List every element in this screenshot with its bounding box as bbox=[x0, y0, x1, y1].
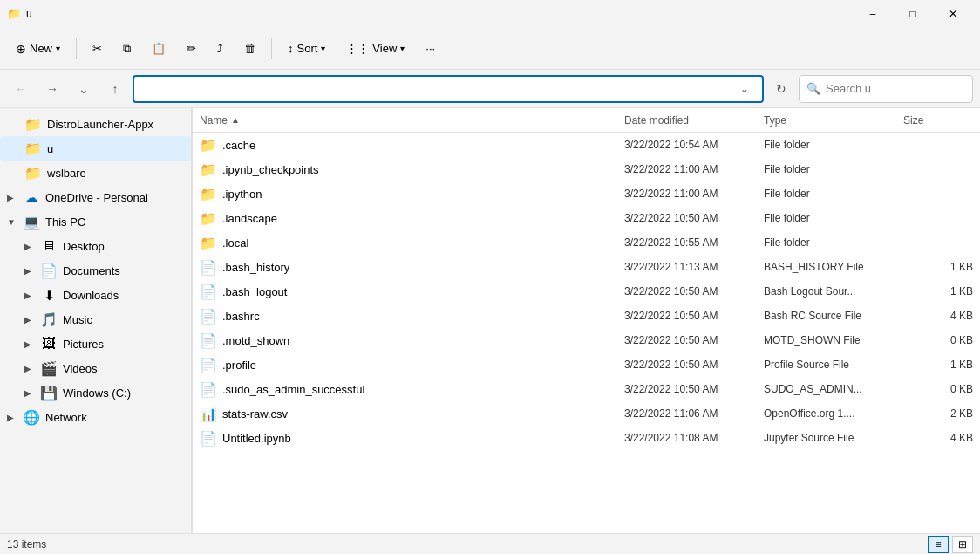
more-icon: ··· bbox=[425, 42, 435, 55]
table-row[interactable]: 📁 .ipython 3/22/2022 11:00 AM File folde… bbox=[193, 181, 980, 206]
folder-icon: 📁 bbox=[200, 210, 217, 227]
sidebar-item-pictures[interactable]: ▶ 🖼 Pictures bbox=[0, 332, 191, 356]
table-row[interactable]: 📁 .landscape 3/22/2022 10:50 AM File fol… bbox=[193, 206, 980, 230]
recent-button[interactable]: ⌄ bbox=[70, 75, 98, 103]
col-header-size[interactable]: Size bbox=[903, 114, 973, 127]
new-button[interactable]: ⊕ New ▾ bbox=[7, 33, 69, 65]
sidebar-item-u[interactable]: 📁 u bbox=[0, 136, 191, 161]
file-icon: 📄 bbox=[200, 308, 217, 325]
sidebar-item-documents[interactable]: ▶ 📄 Documents bbox=[0, 258, 191, 283]
folder-icon: 📁 bbox=[24, 165, 42, 181]
table-row[interactable]: 📄 Untitled.ipynb 3/22/2022 11:08 AM Jupy… bbox=[193, 426, 980, 450]
cut-button[interactable]: ✂ bbox=[84, 33, 111, 65]
sidebar-item-videos[interactable]: ▶ 🎬 Videos bbox=[0, 356, 191, 380]
file-size: 4 KB bbox=[903, 432, 973, 444]
file-type: File folder bbox=[764, 163, 903, 175]
search-input[interactable] bbox=[826, 82, 965, 95]
expand-icon: ▶ bbox=[7, 413, 17, 422]
col-header-date[interactable]: Date modified bbox=[624, 114, 764, 127]
back-button[interactable]: ← bbox=[7, 75, 35, 103]
file-icon: 📊 bbox=[200, 406, 217, 422]
folder-icon: 📁 bbox=[24, 116, 42, 133]
sidebar-item-label: wslbare bbox=[47, 167, 86, 180]
table-row[interactable]: 📄 .bash_logout 3/22/2022 10:50 AM Bash L… bbox=[193, 279, 980, 304]
table-row[interactable]: 📄 .sudo_as_admin_successful 3/22/2022 10… bbox=[193, 377, 980, 401]
file-date: 3/22/2022 10:50 AM bbox=[624, 359, 764, 371]
rename-button[interactable]: ✏ bbox=[178, 33, 205, 65]
expand-icon: ▶ bbox=[7, 193, 17, 202]
view-dropdown-icon: ▾ bbox=[400, 44, 405, 53]
file-name: .motd_shown bbox=[222, 334, 624, 347]
file-type: Profile Source File bbox=[764, 359, 903, 371]
address-input[interactable]: \\wsl.localhost\Ubuntu\home\u bbox=[141, 82, 735, 95]
file-name: .ipython bbox=[222, 188, 624, 201]
expand-icon: ▶ bbox=[24, 266, 35, 276]
downloads-icon: ⬇ bbox=[40, 287, 58, 304]
table-row[interactable]: 📄 .bash_history 3/22/2022 11:13 AM BASH_… bbox=[193, 255, 980, 279]
delete-button[interactable]: 🗑 bbox=[235, 33, 264, 65]
share-button[interactable]: ⤴ bbox=[208, 33, 232, 65]
copy-button[interactable]: ⧉ bbox=[114, 33, 140, 65]
file-type: Bash RC Source File bbox=[764, 310, 903, 322]
file-date: 3/22/2022 10:50 AM bbox=[624, 310, 764, 322]
file-name: Untitled.ipynb bbox=[222, 432, 624, 445]
sidebar-item-music[interactable]: ▶ 🎵 Music bbox=[0, 307, 191, 332]
folder-icon: 📁 bbox=[24, 140, 42, 157]
sidebar-item-windows[interactable]: ▶ 💾 Windows (C:) bbox=[0, 380, 191, 405]
sidebar-item-label: Videos bbox=[63, 362, 98, 375]
sidebar-item-label: u bbox=[47, 142, 53, 155]
file-name: .bash_history bbox=[222, 261, 624, 274]
share-icon: ⤴ bbox=[217, 42, 223, 55]
view-icon: ⋮⋮ bbox=[346, 42, 369, 55]
view-button[interactable]: ⋮⋮ View ▾ bbox=[337, 33, 413, 65]
forward-button[interactable]: → bbox=[38, 75, 66, 103]
sort-button[interactable]: ↕ Sort ▾ bbox=[279, 33, 334, 65]
up-button[interactable]: ↑ bbox=[101, 75, 129, 103]
paste-button[interactable]: 📋 bbox=[143, 33, 174, 65]
title-bar: 📁 u – □ ✕ bbox=[0, 0, 980, 28]
address-dropdown-button[interactable]: ⌄ bbox=[735, 79, 755, 99]
table-row[interactable]: 📄 .bashrc 3/22/2022 10:50 AM Bash RC Sou… bbox=[193, 304, 980, 328]
table-row[interactable]: 📁 .cache 3/22/2022 10:54 AM File folder bbox=[193, 133, 980, 157]
new-dropdown-icon: ▾ bbox=[56, 44, 60, 53]
refresh-button[interactable]: ↻ bbox=[767, 75, 795, 103]
network-icon: 🌐 bbox=[23, 409, 40, 426]
sidebar-item-downloads[interactable]: ▶ ⬇ Downloads bbox=[0, 283, 191, 307]
detail-view-button[interactable]: ⊞ bbox=[952, 536, 973, 553]
sidebar-item-wslbare[interactable]: 📁 wslbare bbox=[0, 161, 191, 185]
table-row[interactable]: 📊 stats-raw.csv 3/22/2022 11:06 AM OpenO… bbox=[193, 401, 980, 426]
sidebar-item-label: Pictures bbox=[63, 338, 104, 351]
sidebar-item-label: Documents bbox=[63, 264, 120, 277]
col-header-type[interactable]: Type bbox=[764, 114, 903, 127]
app-icon: 📁 bbox=[7, 7, 21, 21]
file-name: stats-raw.csv bbox=[222, 407, 624, 421]
close-button[interactable]: ✕ bbox=[933, 0, 973, 28]
view-toggle: ≡ ⊞ bbox=[928, 536, 973, 553]
sidebar-item-network[interactable]: ▶ 🌐 Network bbox=[0, 405, 191, 429]
maximize-button[interactable]: □ bbox=[893, 0, 933, 28]
minimize-button[interactable]: – bbox=[853, 0, 893, 28]
table-row[interactable]: 📄 .motd_shown 3/22/2022 10:50 AM MOTD_SH… bbox=[193, 328, 980, 352]
file-type: BASH_HISTORY File bbox=[764, 261, 903, 273]
view-label: View bbox=[372, 42, 397, 55]
sort-label: Sort bbox=[297, 42, 318, 55]
sort-dropdown-icon: ▾ bbox=[321, 44, 325, 53]
file-size: 0 KB bbox=[903, 383, 973, 395]
sidebar-item-distro[interactable]: 📁 DistroLauncher-Appx bbox=[0, 112, 191, 136]
toolbar: ⊕ New ▾ ✂ ⧉ 📋 ✏ ⤴ 🗑 ↕ Sort ▾ ⋮⋮ View ▾ ·… bbox=[0, 28, 980, 70]
more-button[interactable]: ··· bbox=[417, 33, 444, 65]
sidebar-item-desktop[interactable]: ▶ 🖥 Desktop bbox=[0, 234, 191, 258]
sidebar-item-onedrive[interactable]: ▶ ☁ OneDrive - Personal bbox=[0, 185, 191, 209]
table-row[interactable]: 📄 .profile 3/22/2022 10:50 AM Profile So… bbox=[193, 352, 980, 377]
col-header-name[interactable]: Name ▲ bbox=[200, 114, 624, 127]
table-row[interactable]: 📁 .local 3/22/2022 10:55 AM File folder bbox=[193, 230, 980, 255]
sidebar-item-thispc[interactable]: ▼ 💻 This PC bbox=[0, 209, 191, 234]
pictures-icon: 🖼 bbox=[40, 336, 58, 352]
expand-icon: ▶ bbox=[24, 315, 35, 325]
table-row[interactable]: 📁 .ipynb_checkpoints 3/22/2022 11:00 AM … bbox=[193, 157, 980, 181]
folder-icon: 📁 bbox=[200, 137, 217, 154]
file-list-header: Name ▲ Date modified Type Size bbox=[193, 108, 980, 133]
search-icon: 🔍 bbox=[806, 82, 820, 95]
file-name: .landscape bbox=[222, 212, 624, 225]
list-view-button[interactable]: ≡ bbox=[928, 536, 949, 553]
